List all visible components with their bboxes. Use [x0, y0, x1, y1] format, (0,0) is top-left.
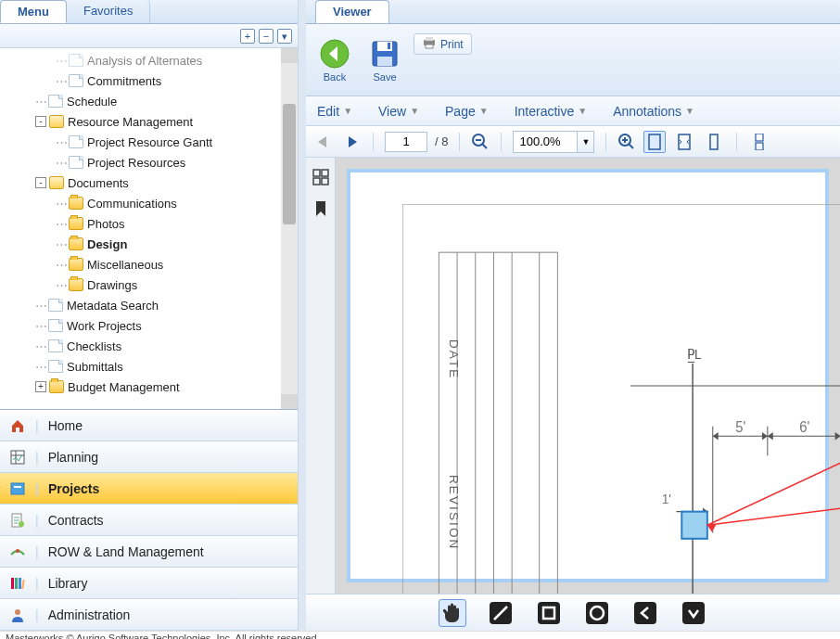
file-icon	[48, 339, 63, 352]
svg-point-7	[16, 549, 19, 553]
svg-rect-9	[15, 578, 18, 589]
file-icon	[48, 299, 63, 312]
tree-label: Commitments	[87, 74, 161, 88]
menu-annotations[interactable]: Annotations▼	[613, 104, 694, 119]
nav-label: Home	[48, 418, 83, 433]
tree-node-documents[interactable]: -Documents	[4, 173, 298, 193]
menu-page[interactable]: Page▼	[445, 104, 489, 119]
tree-node-checklists[interactable]: ⋯Checklists	[4, 336, 298, 356]
svg-rect-16	[377, 57, 392, 66]
row-icon	[9, 543, 26, 560]
back-button[interactable]: Back	[313, 36, 356, 84]
tree-node-project-resources[interactable]: ⋯Project Resources	[4, 152, 298, 173]
nav-item-home[interactable]: |Home	[0, 410, 298, 441]
nav-item-projects[interactable]: |Projects	[0, 473, 298, 505]
thumbnails-button[interactable]	[311, 167, 331, 187]
pan-tool-button[interactable]	[439, 599, 466, 627]
tree-label: Design	[87, 237, 127, 251]
zoom-dropdown-button[interactable]: ▼	[578, 131, 594, 153]
svg-rect-34	[322, 170, 328, 176]
tree-node-analysis-of-alternates[interactable]: ⋯Analysis of Alternates	[4, 50, 298, 70]
fit-width-button[interactable]	[673, 131, 695, 153]
viewer-canvas[interactable]: DATE REVISION P̲L	[336, 158, 840, 594]
tree-options-button[interactable]: ▾	[277, 29, 292, 44]
admin-icon	[9, 607, 26, 623]
document-page: DATE REVISION P̲L	[347, 169, 829, 582]
nav-label: Projects	[48, 481, 99, 496]
prev-page-button[interactable]	[313, 134, 334, 150]
nav-item-library[interactable]: |Library	[0, 568, 298, 599]
tree-node-work-projects[interactable]: ⋯Work Projects	[4, 315, 298, 336]
svg-rect-33	[313, 170, 320, 176]
folder-icon	[69, 278, 83, 291]
arrow-down-tool-button[interactable]	[680, 599, 707, 627]
nav-item-row-land-management[interactable]: |ROW & Land Management	[0, 536, 298, 568]
tab-viewer[interactable]: Viewer	[315, 0, 389, 23]
back-label: Back	[324, 71, 346, 83]
arrow-left-tool-button[interactable]	[631, 599, 659, 627]
splitter[interactable]	[299, 0, 306, 631]
nav-item-contracts[interactable]: |Contracts	[0, 505, 298, 536]
menu-view[interactable]: View▼	[378, 104, 419, 119]
menubar: Edit▼View▼Page▼Interactive▼Annotations▼	[306, 96, 840, 126]
zoom-out-button[interactable]	[471, 133, 490, 151]
nav-item-planning[interactable]: |Planning	[0, 441, 298, 473]
collapse-all-button[interactable]: −	[259, 29, 274, 44]
save-button[interactable]: Save	[363, 36, 406, 84]
print-label: Print	[440, 38, 464, 51]
tab-favorites[interactable]: Favorites	[67, 0, 150, 23]
viewer-toolbar: / 8 ▼	[306, 126, 840, 158]
tree-toggle[interactable]: -	[35, 116, 46, 127]
svg-text:DATE: DATE	[447, 339, 461, 379]
right-tabs: Viewer	[306, 0, 840, 24]
tree-node-design[interactable]: ⋯Design	[4, 234, 298, 254]
circle-tool-button[interactable]	[583, 599, 611, 627]
tab-menu[interactable]: Menu	[0, 0, 67, 23]
folder-icon	[69, 258, 83, 271]
back-arrow-icon	[319, 38, 350, 70]
tree-scrollbar[interactable]	[281, 48, 298, 409]
tree-node-photos[interactable]: ⋯Photos	[4, 213, 298, 234]
tree-label: Analysis of Alternates	[87, 54, 202, 68]
tree-container: ⋯Analysis of Alternates⋯Commitments⋯Sche…	[0, 48, 298, 409]
nav-label: Planning	[48, 450, 99, 465]
tree-node-drawings[interactable]: ⋯Drawings	[4, 275, 298, 295]
svg-text:5': 5'	[735, 419, 745, 435]
bookmarks-button[interactable]	[311, 198, 331, 219]
tree-node-schedule[interactable]: ⋯Schedule	[4, 91, 298, 111]
zoom-in-button[interactable]	[617, 133, 636, 151]
scroll-down-button[interactable]	[281, 394, 298, 409]
tree-node-commitments[interactable]: ⋯Commitments	[4, 70, 298, 91]
single-page-button[interactable]	[703, 131, 725, 153]
menu-edit[interactable]: Edit▼	[317, 104, 352, 119]
folder-icon	[69, 197, 83, 210]
svg-line-60	[707, 504, 840, 525]
tree-node-miscellaneous[interactable]: ⋯Miscellaneous	[4, 254, 298, 275]
svg-rect-30	[710, 134, 718, 149]
tree-label: Photos	[87, 217, 124, 231]
expand-all-button[interactable]: +	[240, 29, 255, 44]
fit-page-button[interactable]	[643, 131, 666, 153]
tree-toggle[interactable]: -	[35, 177, 46, 188]
tree-toggle[interactable]: +	[35, 381, 46, 392]
page-number-input[interactable]	[385, 132, 427, 152]
file-icon	[69, 54, 83, 67]
tree-node-budget-management[interactable]: +Budget Management	[4, 377, 298, 397]
tree-node-submittals[interactable]: ⋯Submittals	[4, 356, 298, 377]
tree-node-communications[interactable]: ⋯Communications	[4, 193, 298, 213]
zoom-input[interactable]	[513, 131, 578, 153]
continuous-page-button[interactable]	[748, 131, 770, 153]
next-page-button[interactable]	[341, 134, 362, 150]
page-total-label: / 8	[435, 134, 448, 148]
tree-node-metadata-search[interactable]: ⋯Metadata Search	[4, 295, 298, 315]
tree-node-resource-management[interactable]: -Resource Management	[4, 111, 298, 132]
nav-item-administration[interactable]: |Administration	[0, 599, 298, 631]
print-button[interactable]: Print	[414, 33, 472, 55]
scroll-thumb[interactable]	[283, 104, 296, 224]
line-tool-button[interactable]	[487, 599, 515, 627]
svg-line-59	[707, 446, 840, 526]
scroll-up-button[interactable]	[281, 48, 298, 63]
rectangle-tool-button[interactable]	[535, 599, 563, 627]
menu-interactive[interactable]: Interactive▼	[515, 104, 588, 119]
tree-node-project-resource-gantt[interactable]: ⋯Project Resource Gantt	[4, 132, 298, 152]
